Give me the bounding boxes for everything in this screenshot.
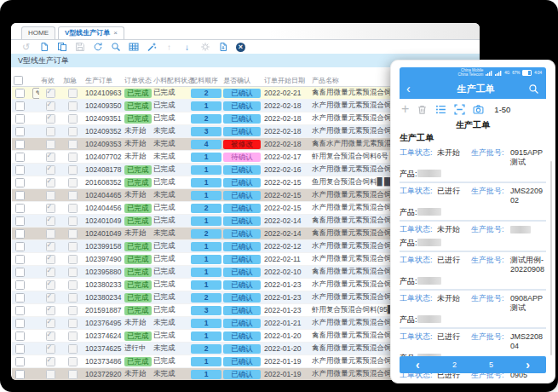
urgent-checkbox[interactable] [68, 153, 78, 162]
column-header[interactable]: 是否确认 [221, 75, 262, 87]
urgent-checkbox[interactable] [68, 242, 78, 251]
plus-icon[interactable]: + [401, 103, 409, 115]
close-circle-icon[interactable]: × [235, 42, 246, 52]
row-checkbox[interactable] [15, 114, 25, 124]
column-header[interactable] [27, 75, 39, 87]
valid-checkbox[interactable] [46, 242, 55, 251]
search-icon[interactable] [110, 42, 121, 52]
tab-close-icon[interactable]: × [113, 29, 118, 37]
column-header[interactable]: 生产订单 [83, 75, 123, 87]
urgent-checkbox[interactable] [68, 101, 78, 111]
list-icon[interactable] [435, 104, 446, 115]
column-header[interactable]: 配料顺序 [189, 75, 221, 87]
urgent-checkbox[interactable] [68, 255, 78, 264]
select-all-checkbox[interactable] [14, 76, 23, 85]
column-header[interactable] [12, 75, 27, 87]
row-checkbox[interactable] [15, 331, 25, 341]
valid-checkbox[interactable] [46, 331, 55, 341]
column-header[interactable]: 订单开始日期 [262, 75, 310, 87]
row-checkbox[interactable] [15, 89, 25, 98]
valid-checkbox[interactable] [46, 153, 55, 162]
row-checkbox[interactable] [15, 344, 25, 354]
row-checkbox[interactable] [15, 319, 25, 328]
phone-scrollbar[interactable] [550, 161, 552, 355]
valid-checkbox[interactable] [46, 178, 55, 187]
urgent-checkbox[interactable] [68, 89, 78, 98]
column-header[interactable]: 加急 [61, 75, 83, 87]
export-icon[interactable] [217, 42, 228, 52]
valid-checkbox[interactable] [46, 89, 55, 98]
scan-icon[interactable] [454, 104, 465, 115]
work-order-card[interactable]: 工单状态:已进行生产批号:JMS220902产品: [400, 182, 546, 220]
valid-checkbox[interactable] [46, 101, 55, 111]
filter-wand-icon[interactable] [146, 42, 157, 52]
row-checkbox[interactable] [15, 127, 25, 136]
work-order-card[interactable]: 工单状态:已进行生产批号:测试用例-20220908产品: [400, 251, 546, 289]
total-pages[interactable]: 5 [489, 360, 493, 369]
table-icon[interactable] [128, 42, 139, 52]
urgent-checkbox[interactable] [68, 268, 78, 277]
work-order-card[interactable]: 工单状态:未开始生产批号:0908APP测试产品: [400, 289, 546, 327]
row-checkbox[interactable] [15, 357, 25, 366]
arrow-down-icon[interactable]: ↓ [181, 42, 193, 52]
urgent-checkbox[interactable] [68, 165, 78, 175]
column-header[interactable]: 有效 [39, 75, 61, 87]
undo-icon[interactable]: ↺ [20, 42, 32, 52]
row-checkbox[interactable] [15, 242, 25, 251]
gear-icon[interactable] [199, 42, 210, 52]
current-page[interactable]: 2 [452, 360, 457, 369]
valid-checkbox[interactable] [46, 280, 55, 290]
urgent-checkbox[interactable] [68, 280, 78, 290]
column-header[interactable]: 订单状态 [123, 75, 152, 87]
trash-icon[interactable] [417, 104, 428, 115]
row-checkbox[interactable] [15, 140, 25, 149]
prev-page-icon[interactable]: ‹ [416, 357, 420, 372]
row-checkbox[interactable] [15, 370, 25, 379]
work-order-card[interactable]: 工单状态:未开始生产批号:0915APP测试产品: [400, 145, 546, 182]
row-checkbox[interactable] [15, 306, 25, 315]
row-checkbox[interactable] [15, 229, 25, 239]
arrow-up-icon[interactable]: ↑ [164, 42, 175, 52]
valid-checkbox[interactable] [46, 114, 55, 124]
valid-checkbox[interactable] [46, 229, 55, 239]
valid-checkbox[interactable] [46, 216, 55, 226]
new-doc-icon[interactable] [38, 42, 49, 52]
valid-checkbox[interactable] [46, 165, 55, 175]
row-checkbox[interactable] [15, 255, 25, 264]
urgent-checkbox[interactable] [68, 319, 78, 328]
valid-checkbox[interactable] [46, 268, 55, 277]
copy-icon[interactable] [56, 42, 67, 52]
urgent-checkbox[interactable] [68, 344, 78, 354]
valid-checkbox[interactable] [46, 357, 55, 366]
valid-checkbox[interactable] [46, 204, 55, 213]
refresh-icon[interactable] [92, 42, 103, 52]
valid-checkbox[interactable] [46, 191, 55, 200]
tab-home[interactable]: HOME [21, 26, 55, 39]
row-checkbox[interactable] [15, 191, 25, 200]
camera-icon[interactable] [473, 104, 484, 115]
urgent-checkbox[interactable] [68, 229, 78, 239]
save-icon[interactable] [74, 42, 85, 52]
valid-checkbox[interactable] [46, 319, 55, 328]
work-order-card[interactable]: 工单状态:未开始生产批号:产品: [400, 220, 546, 251]
urgent-checkbox[interactable] [68, 140, 78, 149]
next-page-icon[interactable]: › [526, 357, 530, 372]
valid-checkbox[interactable] [46, 370, 55, 379]
edit-pencil-icon[interactable]: ✎ [32, 88, 39, 99]
row-checkbox[interactable] [15, 216, 25, 226]
urgent-checkbox[interactable] [68, 331, 78, 341]
search-icon[interactable] [528, 84, 539, 95]
row-checkbox[interactable] [15, 204, 25, 213]
row-checkbox[interactable] [15, 165, 25, 175]
valid-checkbox[interactable] [46, 140, 55, 149]
row-checkbox[interactable] [15, 153, 25, 162]
row-checkbox[interactable] [15, 178, 25, 187]
urgent-checkbox[interactable] [68, 204, 78, 213]
valid-checkbox[interactable] [46, 306, 55, 315]
urgent-checkbox[interactable] [68, 178, 78, 187]
row-checkbox[interactable] [15, 293, 25, 303]
column-header[interactable]: 小料配料状态 [152, 75, 189, 87]
row-checkbox[interactable] [15, 280, 25, 290]
row-checkbox[interactable] [15, 101, 25, 111]
urgent-checkbox[interactable] [68, 191, 78, 200]
